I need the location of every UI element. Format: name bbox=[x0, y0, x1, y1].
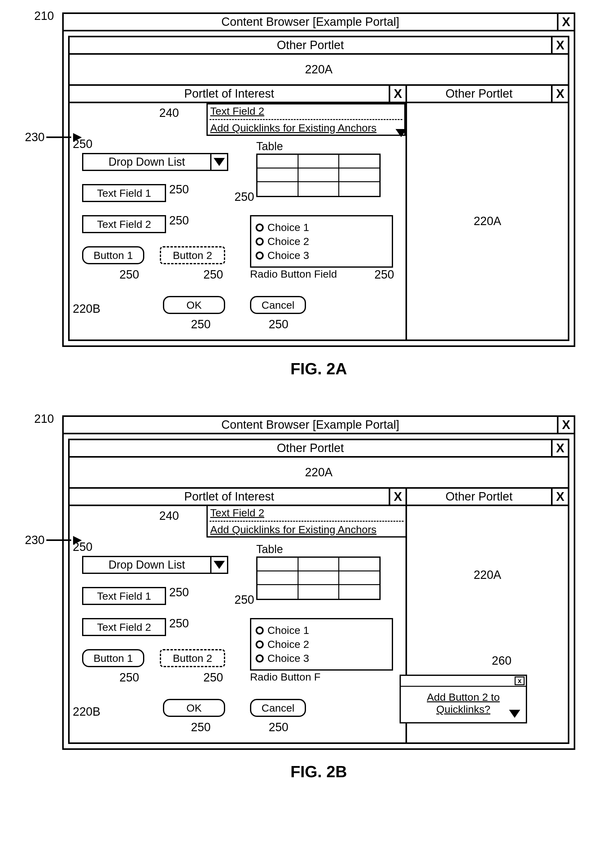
ok-label: OK bbox=[186, 299, 201, 311]
poi-title: Portlet of Interest bbox=[70, 489, 389, 505]
text-field-1[interactable]: Text Field 1 bbox=[82, 184, 166, 202]
ref-250: 250 bbox=[119, 671, 139, 684]
close-icon[interactable]: X bbox=[389, 489, 405, 505]
other-portlet-body: 220A bbox=[70, 55, 568, 84]
popup-option-textfield2[interactable]: Text Field 2 bbox=[208, 104, 404, 118]
close-icon[interactable]: X bbox=[551, 86, 568, 102]
button-1-label: Button 1 bbox=[94, 250, 133, 261]
figure-label: FIG. 2A bbox=[62, 359, 575, 378]
poi-body: 240 Text Field 2 Add Quicklinks for Exis… bbox=[70, 103, 405, 339]
ref-250: 250 bbox=[191, 720, 211, 734]
poi-body: 240 Text Field 2 Add Quicklinks for Exis… bbox=[70, 506, 405, 742]
radio-choice-1[interactable]: Choice 1 bbox=[256, 221, 387, 234]
close-icon[interactable]: X bbox=[551, 489, 568, 505]
drop-down-list[interactable]: Drop Down List bbox=[82, 153, 228, 171]
close-icon[interactable]: X bbox=[557, 417, 574, 433]
drop-down-list[interactable]: Drop Down List bbox=[82, 556, 228, 574]
button-2[interactable]: Button 2 bbox=[160, 649, 225, 667]
close-icon[interactable]: X bbox=[551, 440, 568, 456]
ref-250: 250 bbox=[119, 268, 139, 281]
button-1[interactable]: Button 1 bbox=[82, 649, 144, 667]
second-row: Portlet of Interest X 240 Text Field 2 A… bbox=[68, 86, 569, 341]
ok-button[interactable]: OK bbox=[163, 699, 225, 717]
radio-choice-3[interactable]: Choice 3 bbox=[256, 250, 387, 261]
ref-210: 210 bbox=[34, 412, 54, 425]
radio-label: Choice 1 bbox=[267, 221, 309, 234]
ref-240: 240 bbox=[159, 509, 179, 523]
ref-250: 250 bbox=[203, 671, 223, 684]
ddl-text: Drop Down List bbox=[83, 558, 210, 571]
radio-icon bbox=[256, 223, 264, 232]
quicklinks-dropdown-popup[interactable]: Text Field 2 Add Quicklinks for Existing… bbox=[206, 506, 405, 538]
other-portlet-title: Other Portlet bbox=[407, 86, 551, 102]
other-portlet-title: Other Portlet bbox=[70, 37, 551, 53]
radio-choice-3[interactable]: Choice 3 bbox=[256, 652, 387, 664]
popup-body[interactable]: Add Button 2 to Quicklinks? bbox=[401, 687, 526, 722]
arrow-line bbox=[46, 539, 71, 541]
table bbox=[256, 557, 380, 600]
popup-separator bbox=[210, 119, 402, 120]
popup-option-textfield2[interactable]: Text Field 2 bbox=[208, 506, 405, 520]
other-portlet-body: 220A bbox=[407, 103, 568, 339]
button-1[interactable]: Button 1 bbox=[82, 246, 144, 264]
browser-titlebar: Content Browser [Example Portal] X bbox=[64, 417, 574, 434]
close-icon[interactable]: x bbox=[515, 677, 525, 685]
ref-250: 250 bbox=[169, 586, 189, 599]
poi-title: Portlet of Interest bbox=[70, 86, 389, 102]
cancel-button[interactable]: Cancel bbox=[250, 296, 306, 314]
table-label: Table bbox=[256, 140, 283, 153]
arrow-icon bbox=[73, 536, 82, 545]
chevron-down-icon[interactable] bbox=[210, 557, 227, 573]
cancel-label: Cancel bbox=[261, 299, 294, 311]
browser-window: Content Browser [Example Portal] X Other… bbox=[62, 13, 575, 347]
ref-220b: 220B bbox=[73, 705, 101, 719]
radio-icon bbox=[256, 626, 264, 634]
other-portlet-title: Other Portlet bbox=[407, 489, 551, 505]
close-icon[interactable]: X bbox=[389, 86, 405, 102]
ref-230-arrow: 230 bbox=[25, 534, 82, 547]
button-2-label: Button 2 bbox=[173, 652, 212, 664]
radio-icon bbox=[256, 237, 264, 246]
text-field-1[interactable]: Text Field 1 bbox=[82, 587, 166, 605]
other-portlet-body: 220A bbox=[70, 458, 568, 487]
ref-230: 230 bbox=[25, 130, 44, 144]
ref-210: 210 bbox=[34, 9, 54, 23]
arrow-icon bbox=[73, 133, 82, 142]
quicklinks-dropdown-popup[interactable]: Text Field 2 Add Quicklinks for Existing… bbox=[206, 103, 405, 136]
popup-text: Add Button 2 to Quicklinks? bbox=[427, 691, 500, 715]
browser-titlebar: Content Browser [Example Portal] X bbox=[64, 14, 574, 31]
browser-body: Other Portlet X 220A Portlet of Interest… bbox=[64, 31, 574, 345]
browser-title: Content Browser [Example Portal] bbox=[64, 14, 557, 30]
radio-choice-2[interactable]: Choice 2 bbox=[256, 638, 387, 650]
other-portlet-title: Other Portlet bbox=[70, 440, 551, 456]
figure-2b: 210 Content Browser [Example Portal] X O… bbox=[13, 415, 603, 781]
ok-label: OK bbox=[186, 702, 201, 714]
cancel-button[interactable]: Cancel bbox=[250, 699, 306, 717]
popup-option-add-quicklinks[interactable]: Add Quicklinks for Existing Anchors bbox=[208, 121, 404, 135]
text-field-2[interactable]: Text Field 2 bbox=[82, 215, 166, 233]
radio-choice-2[interactable]: Choice 2 bbox=[256, 235, 387, 248]
radio-label: Choice 2 bbox=[267, 235, 309, 248]
chevron-down-icon bbox=[509, 710, 520, 718]
browser-title: Content Browser [Example Portal] bbox=[64, 417, 557, 433]
text-field-2[interactable]: Text Field 2 bbox=[82, 618, 166, 636]
ref-250: 250 bbox=[169, 617, 189, 630]
ref-250: 250 bbox=[169, 214, 189, 227]
radio-label: Choice 3 bbox=[267, 652, 309, 664]
ok-button[interactable]: OK bbox=[163, 296, 225, 314]
close-icon[interactable]: X bbox=[551, 37, 568, 53]
ref-220b: 220B bbox=[73, 302, 101, 315]
button-2[interactable]: Button 2 bbox=[160, 246, 225, 264]
ref-250: 250 bbox=[269, 318, 288, 331]
text-field-2-label: Text Field 2 bbox=[97, 218, 151, 231]
text-field-1-label: Text Field 1 bbox=[97, 187, 151, 199]
radio-choice-1[interactable]: Choice 1 bbox=[256, 624, 387, 636]
radio-field-label: Radio Button F bbox=[250, 671, 321, 683]
chevron-down-icon[interactable] bbox=[210, 154, 227, 170]
ref-250: 250 bbox=[203, 268, 223, 281]
radio-label: Choice 2 bbox=[267, 638, 309, 650]
ref-230-arrow: 230 bbox=[25, 130, 82, 144]
popup-option-add-quicklinks[interactable]: Add Quicklinks for Existing Anchors bbox=[208, 523, 405, 536]
close-icon[interactable]: X bbox=[557, 14, 574, 30]
add-to-quicklinks-popup[interactable]: x Add Button 2 to Quicklinks? bbox=[399, 675, 527, 724]
